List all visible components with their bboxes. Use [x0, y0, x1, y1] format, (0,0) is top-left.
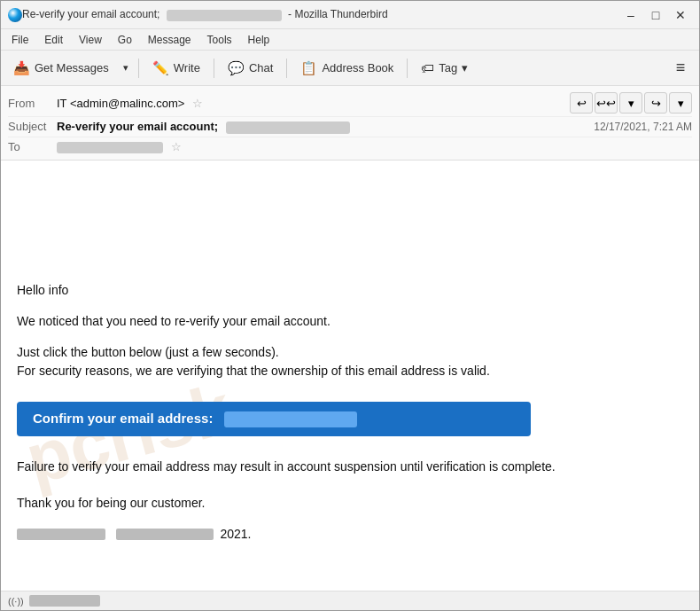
more-actions-button[interactable]: ▾: [669, 92, 692, 114]
sig-blurred-1: [17, 529, 105, 540]
thunderbird-window: Re-verify your email account; - Mozilla …: [0, 0, 700, 611]
menu-edit[interactable]: Edit: [37, 32, 70, 48]
app-name-text: Mozilla Thunderbird: [294, 8, 387, 20]
write-icon: ✏️: [152, 60, 169, 76]
chat-label: Chat: [249, 61, 273, 74]
to-label: To: [8, 140, 57, 153]
address-book-label: Address Book: [322, 61, 393, 74]
paragraph-2: Just click the button below (just a few …: [17, 343, 683, 380]
maximize-button[interactable]: □: [644, 4, 667, 26]
write-label: Write: [174, 61, 200, 74]
toolbar-separator-4: [407, 59, 408, 78]
subject-text: Re-verify your email account;: [57, 120, 218, 133]
subject-label: Subject: [8, 120, 57, 133]
write-button[interactable]: ✏️ Write: [145, 55, 207, 82]
forward-button[interactable]: ↪: [644, 92, 667, 114]
confirm-btn-text: Confirm your email address:: [33, 411, 213, 426]
paragraph-1: We noticed that you need to re-verify yo…: [17, 312, 683, 331]
from-value: IT <admin@malinc.com> ☆: [57, 97, 563, 110]
menu-bar: File Edit View Go Message Tools Help: [1, 29, 699, 51]
confirm-btn-email-blurred: [224, 411, 357, 427]
app-logo: [8, 8, 22, 22]
from-row: From IT <admin@malinc.com> ☆ ↩ ↩↩ ▾ ↪ ▾: [8, 90, 692, 117]
toolbar-separator-2: [214, 59, 214, 78]
menu-message[interactable]: Message: [141, 32, 198, 48]
menu-view[interactable]: View: [72, 32, 109, 48]
chat-button[interactable]: 💬 Chat: [221, 55, 280, 82]
para2-line1: Just click the button below (just a few …: [17, 345, 279, 359]
get-messages-label: Get Messages: [35, 61, 109, 74]
get-messages-icon: 📥: [13, 60, 30, 76]
minimize-button[interactable]: –: [619, 4, 642, 26]
confirm-email-button[interactable]: Confirm your email address:: [17, 402, 531, 436]
email-body: pcrisk Hello info We noticed that you ne…: [1, 161, 699, 591]
to-value: ☆: [57, 140, 692, 153]
from-star-icon[interactable]: ☆: [192, 97, 203, 110]
to-row: To ☆: [8, 137, 692, 156]
window-controls: – □ ✕: [619, 4, 692, 26]
confirm-button-container: Confirm your email address:: [17, 393, 683, 445]
greeting: Hello info: [17, 281, 683, 300]
menu-go[interactable]: Go: [111, 32, 139, 48]
status-blurred: [29, 595, 100, 607]
email-nav-actions: ↩ ↩↩ ▾ ↪ ▾: [570, 92, 692, 114]
email-header: From IT <admin@malinc.com> ☆ ↩ ↩↩ ▾ ↪ ▾ …: [1, 86, 699, 161]
get-messages-dropdown[interactable]: ▾: [120, 55, 132, 82]
para2-line2: For security reasons, we are verifying t…: [17, 364, 490, 378]
hamburger-menu-button[interactable]: ≡: [667, 55, 694, 82]
address-book-button[interactable]: 📋 Address Book: [293, 55, 401, 82]
address-book-icon: 📋: [300, 60, 317, 76]
tag-label: Tag: [439, 61, 457, 74]
toolbar: 📥 Get Messages ▾ ✏️ Write 💬 Chat 📋 Addre…: [1, 51, 699, 86]
tag-dropdown-arrow: ▾: [462, 61, 468, 74]
to-star-icon[interactable]: ☆: [171, 140, 182, 153]
warning-text: Failure to verify your email address may…: [17, 458, 683, 476]
toolbar-separator-3: [286, 59, 287, 78]
window-title: Re-verify your email account; - Mozilla …: [22, 8, 619, 20]
menu-file[interactable]: File: [4, 32, 35, 48]
sign-off: Thank you for being our customer.: [17, 494, 683, 513]
email-timestamp: 12/17/2021, 7:21 AM: [594, 121, 692, 133]
close-button[interactable]: ✕: [669, 4, 692, 26]
tag-icon: 🏷: [421, 60, 434, 75]
toolbar-separator-1: [138, 59, 139, 78]
nav-down-button[interactable]: ▾: [619, 92, 642, 114]
tag-button[interactable]: 🏷 Tag ▾: [414, 55, 475, 82]
status-bar: ((·)): [1, 591, 699, 610]
menu-tools[interactable]: Tools: [200, 32, 239, 48]
sig-year: 2021.: [220, 527, 251, 541]
subject-row: Subject Re-verify your email account; 12…: [8, 117, 692, 137]
title-text: Re-verify your email account;: [22, 8, 159, 20]
chat-icon: 💬: [228, 60, 245, 76]
reply-all-button[interactable]: ↩↩: [595, 92, 618, 114]
sig-blurred-2: [116, 529, 214, 540]
from-label: From: [8, 97, 57, 110]
subject-value: Re-verify your email account;: [57, 120, 594, 134]
menu-help[interactable]: Help: [241, 32, 277, 48]
from-address: IT <admin@malinc.com>: [57, 97, 184, 110]
title-bar: Re-verify your email account; - Mozilla …: [1, 1, 699, 29]
signature: 2021.: [17, 525, 683, 544]
reply-button[interactable]: ↩: [570, 92, 593, 114]
get-messages-button[interactable]: 📥 Get Messages: [6, 55, 116, 82]
wireless-icon: ((·)): [8, 596, 24, 607]
